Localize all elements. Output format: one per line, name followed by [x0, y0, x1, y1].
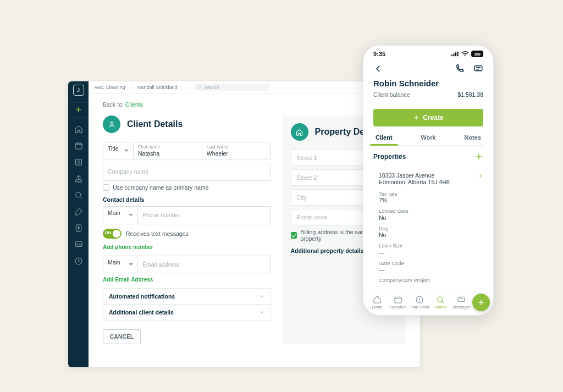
svg-rect-11: [454, 53, 455, 56]
battery-badge: 100: [471, 51, 483, 57]
automated-notifications-label: Automated notifications: [109, 293, 175, 300]
tabbar-schedule[interactable]: Schedule: [388, 295, 409, 309]
svg-rect-18: [458, 297, 465, 301]
email-type-value: Main: [108, 259, 120, 266]
home-icon[interactable]: [74, 124, 84, 134]
tab-client[interactable]: Client: [373, 134, 395, 145]
additional-client-details-row[interactable]: Additional client details: [103, 305, 271, 321]
additional-client-details-label: Additional client details: [109, 309, 174, 316]
receives-texts-label: Receives text messages: [126, 230, 189, 237]
client-tabs: Client Work Notes: [373, 134, 483, 146]
back-icon[interactable]: [373, 64, 383, 74]
tabbar-timesheet-label: Time Sheet: [410, 305, 429, 309]
companycam-label: CompanyCam Project: [379, 277, 483, 283]
tabbar-schedule-label: Schedule: [390, 305, 406, 309]
title-select[interactable]: Title: [103, 142, 134, 159]
use-company-checkbox-row[interactable]: Use company name as primary name: [103, 184, 271, 191]
breadcrumb-separator: |: [131, 85, 132, 90]
properties-heading: Properties: [373, 153, 406, 161]
svg-rect-12: [455, 52, 456, 56]
status-time: 9:35: [373, 51, 385, 57]
email-field[interactable]: Email address: [138, 256, 271, 274]
wifi-icon: [461, 51, 469, 57]
tabbar-messages-label: Messages: [453, 305, 471, 309]
svg-point-2: [78, 161, 79, 162]
phone-number-field[interactable]: Phone number: [138, 206, 271, 224]
message-icon[interactable]: [473, 64, 483, 74]
dog-value: No: [379, 231, 483, 238]
tab-notes[interactable]: Notes: [462, 134, 483, 145]
lawn-size-label: Lawn Size: [379, 242, 483, 249]
plus-icon: [477, 299, 485, 306]
add-email-link[interactable]: Add Email Address: [103, 277, 271, 283]
add-property-icon[interactable]: [474, 152, 483, 161]
svg-rect-13: [457, 52, 459, 56]
svg-point-9: [111, 122, 113, 124]
checkbox-icon[interactable]: [291, 232, 297, 239]
back-link-row: Back to: Clients: [103, 101, 406, 108]
tax-rate-label: Tax rate: [379, 191, 483, 197]
search-placeholder: Search: [204, 85, 219, 90]
calendar-icon: [394, 295, 402, 304]
add-phone-link[interactable]: Add phone number: [103, 244, 271, 250]
cancel-button[interactable]: CANCEL: [103, 329, 141, 344]
message-icon: [457, 295, 466, 304]
tabbar-timesheet[interactable]: Time Sheet: [409, 295, 430, 309]
jobs-icon[interactable]: [74, 207, 84, 217]
calendar-icon[interactable]: [74, 141, 84, 151]
breadcrumb-org: ABC Cleaning: [94, 85, 125, 90]
checkbox-icon[interactable]: [103, 184, 109, 191]
marketing-icon[interactable]: [74, 240, 84, 250]
contact-details-heading: Contact details: [103, 196, 271, 203]
phone-type-value: Main: [108, 209, 120, 216]
clients-icon[interactable]: [74, 157, 84, 167]
phone-tabbar: Home Schedule Time Sheet Search Messages: [363, 289, 493, 315]
search-input[interactable]: Search: [194, 84, 271, 91]
invoices-icon[interactable]: [74, 223, 84, 233]
chevron-down-icon: [258, 309, 265, 316]
svg-point-4: [75, 192, 80, 197]
sidebar-add-button[interactable]: +: [68, 102, 89, 118]
back-link[interactable]: Clients: [125, 101, 143, 108]
tabbar-home-label: Home: [372, 305, 383, 309]
signal-icon: [451, 51, 459, 57]
svg-rect-15: [395, 297, 401, 303]
breadcrumb-user: Randall Strickland: [137, 85, 178, 90]
first-name-label: First name: [138, 145, 197, 150]
fab-add-button[interactable]: [472, 294, 490, 311]
last-name-value: Wheeler: [207, 150, 228, 157]
call-icon[interactable]: [455, 64, 465, 74]
phone-type-select[interactable]: Main: [103, 206, 138, 224]
tab-work[interactable]: Work: [418, 134, 438, 145]
email-type-select[interactable]: Main: [103, 256, 138, 274]
sidebar: J +: [68, 81, 89, 367]
svg-rect-10: [451, 54, 452, 56]
svg-rect-14: [474, 66, 482, 71]
svg-point-17: [438, 297, 443, 302]
svg-rect-0: [75, 143, 82, 149]
property-card[interactable]: 10303 Jasper Avenue Edmonton, Alberta T5…: [363, 168, 493, 289]
locked-gate-label: Locked Gate: [379, 208, 483, 214]
tabbar-search[interactable]: Search: [430, 295, 451, 309]
receives-texts-toggle[interactable]: ON: [103, 229, 122, 239]
create-label: Create: [423, 114, 443, 122]
company-name-field[interactable]: Company name: [103, 163, 271, 181]
client-details-panel: Client Details Title First name Natasha …: [103, 115, 271, 344]
first-name-field[interactable]: First name Natasha: [134, 142, 202, 159]
requests-icon[interactable]: [74, 174, 84, 184]
lawn-size-value: —: [379, 249, 483, 256]
dog-label: Dog: [379, 225, 483, 231]
last-name-field[interactable]: Last name Wheeler: [202, 142, 271, 159]
tabbar-messages[interactable]: Messages: [451, 295, 472, 309]
balance-label: Client balance: [373, 91, 410, 98]
clock-icon[interactable]: [74, 256, 84, 266]
phone-mockup: 9:35 100 Robin Schneider Client balance …: [363, 45, 494, 316]
automated-notifications-row[interactable]: Automated notifications: [103, 289, 271, 305]
app-logo[interactable]: J: [73, 85, 84, 96]
quotes-icon[interactable]: [74, 190, 84, 200]
phone-status-bar: 9:35 100: [363, 46, 493, 62]
phone-placeholder: Phone number: [142, 212, 180, 218]
create-button[interactable]: Create: [373, 109, 483, 126]
svg-rect-3: [75, 180, 81, 182]
tabbar-home[interactable]: Home: [367, 295, 388, 309]
